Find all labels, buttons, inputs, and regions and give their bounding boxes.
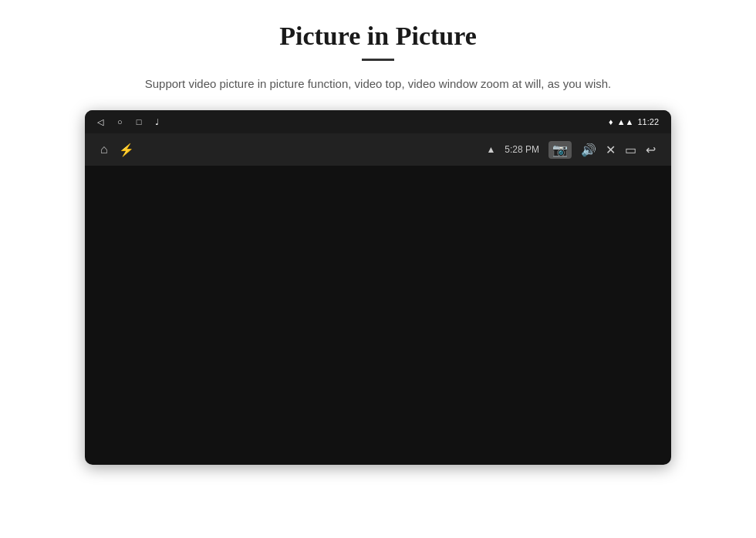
wifi-nav-icon: ▲ bbox=[486, 144, 495, 155]
recent-icon[interactable]: □ bbox=[137, 117, 142, 126]
nav-time: 5:28 PM bbox=[505, 144, 539, 155]
usb-icon: ⚡ bbox=[119, 143, 134, 157]
nav-bar-right: ▲ 5:28 PM 📷 🔊 ✕ ▭ ↩ bbox=[486, 141, 656, 159]
status-bar: ◁ ○ □ ♩ ♦ ▲▲ 11:22 bbox=[85, 110, 671, 133]
music-icon: ♩ bbox=[155, 117, 159, 127]
home-icon[interactable]: ○ bbox=[117, 117, 123, 126]
home-nav-icon[interactable]: ⌂ bbox=[100, 143, 108, 156]
page-title: Picture in Picture bbox=[279, 22, 477, 51]
camera-icon[interactable]: 📷 bbox=[548, 141, 572, 159]
nav-bar-left: ⌂ ⚡ bbox=[100, 143, 134, 157]
status-bar-left: ◁ ○ □ ♩ bbox=[97, 117, 159, 127]
status-bar-right: ♦ ▲▲ 11:22 bbox=[609, 117, 659, 126]
page-subtitle: Support video picture in picture functio… bbox=[145, 75, 611, 93]
back-nav-icon[interactable]: ↩ bbox=[646, 143, 656, 157]
location-icon: ♦ bbox=[609, 117, 613, 126]
wifi-icon: ▲▲ bbox=[617, 117, 634, 126]
volume-icon[interactable]: 🔊 bbox=[581, 143, 596, 157]
title-divider bbox=[362, 59, 394, 61]
device-frame: ◁ ○ □ ♩ ♦ ▲▲ 11:22 ⌂ ⚡ ▲ 5:28 PM 📷 🔊 bbox=[85, 110, 671, 465]
status-time: 11:22 bbox=[637, 117, 659, 126]
page-wrapper: Picture in Picture Support video picture… bbox=[0, 0, 756, 538]
close-nav-icon[interactable]: ✕ bbox=[606, 143, 616, 157]
nav-bar: ⌂ ⚡ ▲ 5:28 PM 📷 🔊 ✕ ▭ ↩ bbox=[85, 133, 671, 166]
window-icon[interactable]: ▭ bbox=[625, 143, 636, 157]
back-icon[interactable]: ◁ bbox=[97, 117, 103, 127]
